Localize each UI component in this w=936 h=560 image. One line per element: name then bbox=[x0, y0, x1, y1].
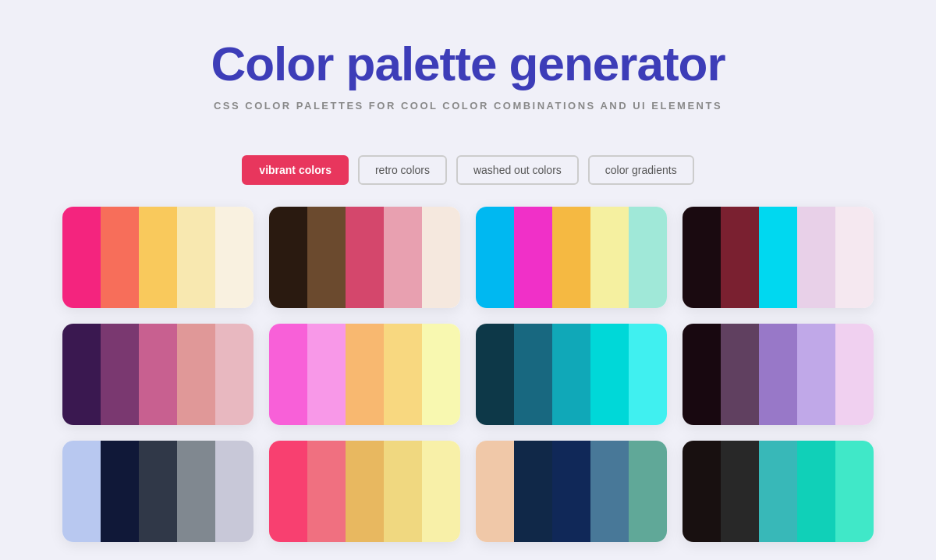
color-swatch bbox=[514, 207, 552, 308]
color-swatch bbox=[384, 207, 422, 308]
color-swatch bbox=[721, 324, 759, 425]
color-swatch bbox=[682, 441, 721, 542]
color-swatch bbox=[759, 324, 797, 425]
color-swatch bbox=[759, 207, 797, 308]
color-swatch bbox=[384, 441, 422, 542]
color-swatch bbox=[797, 207, 835, 308]
page-header: Color palette generator CSS COLOR PALETT… bbox=[0, 0, 936, 127]
palette-card-6[interactable] bbox=[269, 324, 460, 425]
color-swatch bbox=[590, 441, 629, 542]
palette-card-7[interactable] bbox=[476, 324, 667, 425]
color-swatch bbox=[552, 207, 590, 308]
palette-card-11[interactable] bbox=[476, 441, 667, 542]
color-swatch bbox=[835, 207, 874, 308]
palette-card-10[interactable] bbox=[269, 441, 460, 542]
color-swatch bbox=[552, 441, 590, 542]
color-swatch bbox=[177, 324, 215, 425]
color-swatch bbox=[346, 441, 384, 542]
filter-tab-retro[interactable]: retro colors bbox=[358, 155, 447, 185]
filter-tab-vibrant[interactable]: vibrant colors bbox=[242, 155, 349, 185]
palette-card-12[interactable] bbox=[682, 441, 874, 542]
color-swatch bbox=[835, 441, 874, 542]
color-swatch bbox=[307, 441, 346, 542]
color-swatch bbox=[62, 324, 101, 425]
color-swatch bbox=[346, 324, 384, 425]
color-swatch bbox=[759, 441, 797, 542]
color-swatch bbox=[62, 207, 101, 308]
color-swatch bbox=[139, 441, 177, 542]
page-subtitle: CSS COLOR PALETTES FOR COOL COLOR COMBIN… bbox=[16, 100, 920, 112]
color-swatch bbox=[139, 324, 177, 425]
color-swatch bbox=[307, 324, 346, 425]
color-swatch bbox=[307, 207, 346, 308]
color-swatch bbox=[215, 324, 254, 425]
color-swatch bbox=[721, 441, 759, 542]
palette-card-1[interactable] bbox=[62, 207, 254, 308]
color-swatch bbox=[721, 207, 759, 308]
color-swatch bbox=[269, 441, 307, 542]
color-swatch bbox=[629, 324, 667, 425]
palette-card-3[interactable] bbox=[476, 207, 667, 308]
color-swatch bbox=[215, 441, 254, 542]
color-swatch bbox=[835, 324, 874, 425]
filter-tab-washed[interactable]: washed out colors bbox=[456, 155, 579, 185]
palette-card-5[interactable] bbox=[62, 324, 254, 425]
color-swatch bbox=[422, 207, 460, 308]
color-swatch bbox=[422, 441, 460, 542]
filter-tabs: vibrant colorsretro colorswashed out col… bbox=[0, 155, 936, 185]
color-swatch bbox=[797, 324, 835, 425]
color-swatch bbox=[514, 324, 552, 425]
color-swatch bbox=[552, 324, 590, 425]
color-swatch bbox=[101, 324, 139, 425]
palettes-grid bbox=[31, 207, 905, 560]
color-swatch bbox=[590, 207, 629, 308]
color-swatch bbox=[269, 207, 307, 308]
color-swatch bbox=[682, 207, 721, 308]
filter-tab-gradients[interactable]: color gradients bbox=[588, 155, 694, 185]
color-swatch bbox=[629, 441, 667, 542]
color-swatch bbox=[269, 324, 307, 425]
color-swatch bbox=[476, 441, 514, 542]
color-swatch bbox=[514, 441, 552, 542]
color-swatch bbox=[476, 324, 514, 425]
color-swatch bbox=[422, 324, 460, 425]
color-swatch bbox=[346, 207, 384, 308]
page-title: Color palette generator bbox=[16, 37, 920, 90]
color-swatch bbox=[101, 207, 139, 308]
color-swatch bbox=[590, 324, 629, 425]
color-swatch bbox=[177, 441, 215, 542]
color-swatch bbox=[476, 207, 514, 308]
color-swatch bbox=[62, 441, 101, 542]
palette-card-8[interactable] bbox=[682, 324, 874, 425]
color-swatch bbox=[682, 324, 721, 425]
color-swatch bbox=[177, 207, 215, 308]
palette-card-2[interactable] bbox=[269, 207, 460, 308]
color-swatch bbox=[384, 324, 422, 425]
color-swatch bbox=[139, 207, 177, 308]
palette-card-9[interactable] bbox=[62, 441, 254, 542]
color-swatch bbox=[629, 207, 667, 308]
palette-card-4[interactable] bbox=[682, 207, 874, 308]
color-swatch bbox=[797, 441, 835, 542]
color-swatch bbox=[101, 441, 139, 542]
color-swatch bbox=[215, 207, 254, 308]
